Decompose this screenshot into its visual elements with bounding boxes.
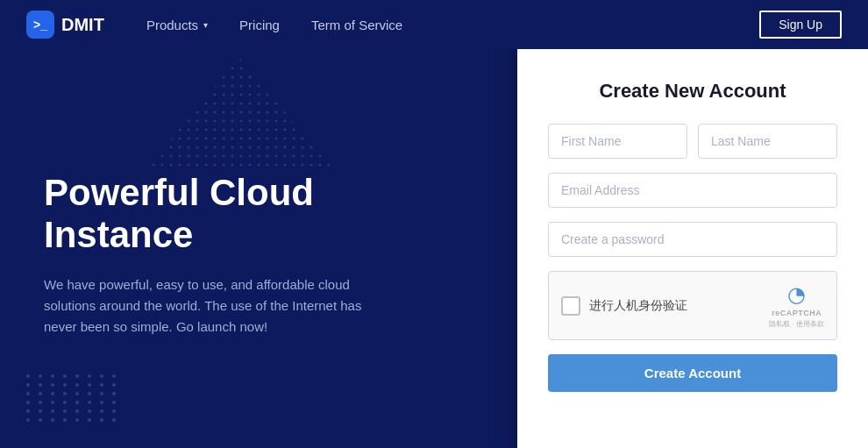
signup-button[interactable]: Sign Up xyxy=(759,11,842,39)
recaptcha-brand-label: reCAPTCHA xyxy=(772,309,822,317)
signup-form-panel: Create New Account 进行人机身份验证 ◔ reCAPTCHA … xyxy=(517,49,868,448)
mountain-decoration xyxy=(143,58,336,172)
dots-decoration: for(let i=0; i<48; i++) document.write('… xyxy=(26,374,119,422)
recaptcha-checkbox[interactable] xyxy=(561,296,580,316)
nav-item-pricing[interactable]: Pricing xyxy=(224,0,295,49)
nav-item-terms[interactable]: Term of Service xyxy=(295,0,418,49)
form-title: Create New Account xyxy=(548,80,837,103)
password-input[interactable] xyxy=(548,222,837,257)
logo-icon: >_ xyxy=(26,11,54,39)
nav-menu: Products ▾ Pricing Term of Service xyxy=(131,0,759,49)
create-account-button[interactable]: Create Account xyxy=(548,354,837,392)
recaptcha-logo: ◔ reCAPTCHA 隐私权 · 使用条款 xyxy=(769,282,824,329)
main-content: Powerful Cloud Instance We have powerful… xyxy=(0,49,868,448)
navbar-right: Sign Up xyxy=(759,11,842,39)
recaptcha-label: 进行人机身份验证 xyxy=(589,298,760,314)
hero-section: Powerful Cloud Instance We have powerful… xyxy=(0,49,517,448)
logo-text: DMIT xyxy=(61,15,104,35)
recaptcha-widget[interactable]: 进行人机身份验证 ◔ reCAPTCHA 隐私权 · 使用条款 xyxy=(548,271,837,340)
recaptcha-links: 隐私权 · 使用条款 xyxy=(769,319,824,329)
navbar: >_ DMIT Products ▾ Pricing Term of Servi… xyxy=(0,0,868,49)
email-input[interactable] xyxy=(548,173,837,208)
chevron-down-icon: ▾ xyxy=(203,20,208,30)
recaptcha-icon: ◔ xyxy=(787,282,806,307)
svg-rect-2 xyxy=(143,58,336,172)
name-row xyxy=(548,124,837,159)
hero-title: Powerful Cloud Instance xyxy=(44,172,395,257)
last-name-input[interactable] xyxy=(698,124,837,159)
hero-description: We have powerful, easy to use, and affor… xyxy=(44,274,377,338)
first-name-input[interactable] xyxy=(548,124,687,159)
nav-item-products[interactable]: Products ▾ xyxy=(131,0,224,49)
brand-logo[interactable]: >_ DMIT xyxy=(26,11,104,39)
